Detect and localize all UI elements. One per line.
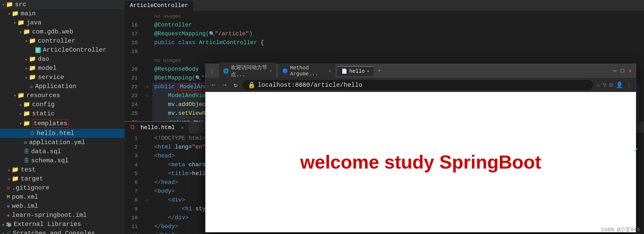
- tab-dropdown-btn[interactable]: ⋮: [210, 68, 215, 74]
- sidebar-item-test[interactable]: 📁 test: [0, 165, 125, 174]
- welcome-message: welcome study SpringBoot: [300, 151, 541, 173]
- minimize-btn[interactable]: —: [613, 68, 616, 74]
- sidebar-item-static[interactable]: 📁 static: [0, 109, 125, 118]
- arrow-icon: [25, 38, 28, 44]
- more-icon[interactable]: ⋮: [626, 82, 632, 89]
- code-line: [152, 47, 639, 56]
- arrow-icon: [19, 140, 23, 145]
- gutter-bottom: ○: [143, 133, 152, 234]
- nav-icons: ☆ ▽ ⊡ 👤 ⋮: [596, 82, 632, 89]
- maximize-btn[interactable]: □: [621, 68, 624, 74]
- scrollbar[interactable]: [639, 11, 644, 122]
- arrow-icon: [19, 29, 22, 35]
- sidebar-item-external-libs[interactable]: 📚 External Libraries: [0, 220, 125, 229]
- tab-close-btn[interactable]: ✕: [269, 68, 272, 73]
- folder-icon: 📁: [17, 19, 24, 26]
- tab-close[interactable]: ✕: [181, 125, 184, 130]
- sidebar-item-label: main: [21, 10, 36, 17]
- iml-icon: ◈: [7, 203, 10, 209]
- sidebar-item-config[interactable]: 📁 config: [0, 100, 125, 109]
- tab-hello-html[interactable]: 🗋 hello.html ✕: [125, 121, 189, 133]
- cast-icon[interactable]: ▽: [603, 82, 606, 89]
- sidebar-item-model[interactable]: 📁 model: [0, 64, 125, 73]
- address-bar[interactable]: 🔒 localhost:8080/article/hello: [243, 80, 593, 90]
- tab-close-btn[interactable]: ✕: [328, 68, 331, 73]
- new-tab-btn[interactable]: +: [378, 68, 381, 74]
- arrow-icon: [2, 195, 6, 200]
- sidebar-item-label: resources: [26, 92, 60, 99]
- arrow-icon: [31, 48, 34, 53]
- sidebar-item-dao[interactable]: 📁 dao: [0, 55, 125, 64]
- scratches-icon: 🖊: [6, 231, 11, 234]
- sidebar-item-data-sql[interactable]: 🗄 data.sql: [0, 147, 125, 156]
- sidebar-item-scratches[interactable]: 🖊 Scratches and Consoles: [0, 229, 125, 234]
- sidebar-item-label: learn-springboot.iml: [12, 212, 87, 219]
- java-file-icon: ☕: [30, 83, 33, 90]
- sidebar-item-com-gdb-web[interactable]: 📁 com.gdb.web: [0, 27, 125, 36]
- xml-icon: M: [7, 194, 10, 200]
- arrow-icon: [14, 20, 16, 26]
- sidebar-item-label: controller: [38, 37, 75, 44]
- sidebar-item-templates[interactable]: 📁 templates: [0, 118, 125, 129]
- close-btn[interactable]: ✕: [628, 68, 632, 75]
- sidebar-item-target[interactable]: 📁 target: [0, 174, 125, 183]
- bookmark-icon[interactable]: ☆: [596, 82, 600, 89]
- sidebar-item-label: src: [15, 1, 26, 8]
- favicon-icon: 🔵: [282, 68, 288, 74]
- html-tab-icon: 🗋: [130, 124, 136, 131]
- sidebar-item-controller[interactable]: 📁 controller: [0, 36, 125, 45]
- sidebar-item-hello-html[interactable]: 🗋 hello.html: [0, 129, 125, 138]
- sidebar-item-label: config: [32, 101, 55, 108]
- forward-btn[interactable]: →: [220, 81, 228, 90]
- arrow-icon: [14, 93, 16, 98]
- reload-btn[interactable]: ↻: [232, 80, 239, 90]
- tab-close-btn[interactable]: ✕: [367, 69, 370, 74]
- browser-tab-3[interactable]: 📄 hello ✕: [337, 66, 374, 76]
- sidebar-item-label: model: [38, 65, 57, 72]
- html-file-icon: 🗋: [30, 130, 35, 137]
- sidebar-item-label: service: [38, 74, 64, 81]
- folder-icon: 📁: [29, 56, 36, 63]
- folder-icon: 📁: [29, 74, 36, 81]
- arrow-icon: [2, 222, 5, 227]
- watermark: CSDN @小宝945: [597, 225, 644, 234]
- sidebar-item-label: dao: [38, 56, 49, 63]
- sidebar-item-article-controller[interactable]: C ArticleController: [0, 45, 125, 55]
- sidebar-item-learn-springboot-iml[interactable]: ◈ learn-springboot.iml: [0, 211, 125, 220]
- scrollbar-bottom[interactable]: [639, 133, 644, 234]
- sidebar-item-pom-xml[interactable]: M pom.xml: [0, 192, 125, 202]
- profile-icon[interactable]: 👤: [616, 82, 623, 89]
- browser-tab-1[interactable]: 🌐 欢迎访问动力节点... ✕: [219, 62, 276, 79]
- sidebar-item-application[interactable]: ☕ Application: [0, 82, 125, 91]
- arrow-icon: [19, 158, 23, 163]
- folder-icon: 📁: [23, 120, 30, 127]
- code-line: @Controller: [152, 21, 639, 30]
- folder-icon: 📁: [12, 10, 19, 17]
- sidebar-item-java[interactable]: 📁 java: [0, 18, 125, 27]
- browser-icon[interactable]: ⊡: [609, 82, 613, 89]
- code-line: public class ArticleController {: [152, 38, 639, 47]
- sidebar-item-web-iml[interactable]: ◈ web.iml: [0, 202, 125, 211]
- sidebar-item-main[interactable]: 📁 main: [0, 9, 125, 18]
- back-btn[interactable]: ←: [210, 81, 217, 90]
- sidebar-item-gitignore[interactable]: ⊙ .gitignore: [0, 183, 125, 192]
- sidebar-item-service[interactable]: 📁 service: [0, 73, 125, 82]
- sidebar-item-label: schema.sql: [31, 157, 69, 164]
- iml-icon: ◈: [7, 212, 10, 218]
- browser-tab-2[interactable]: 🔵 Method Argume... ✕: [278, 63, 335, 78]
- tab-article-controller[interactable]: ArticleController: [125, 0, 193, 11]
- sidebar-item-resources[interactable]: 📁 resources: [0, 91, 125, 100]
- controller-icon: C: [35, 47, 41, 53]
- arrow-icon: [25, 56, 28, 62]
- folder-icon: 📁: [29, 37, 36, 44]
- editor-tabs: ArticleController: [125, 0, 644, 11]
- file-tree: 📁 src 📁 main 📁 java 📁 com.gdb.web 📁 cont…: [0, 0, 125, 234]
- sidebar-item-src[interactable]: 📁 src: [0, 0, 125, 9]
- sidebar-item-application-yml[interactable]: ⚙ application.yml: [0, 138, 125, 147]
- sidebar-item-label: Application: [35, 83, 76, 90]
- sidebar-item-schema-sql[interactable]: 🗄 schema.sql: [0, 156, 125, 165]
- browser-window: ⋮ 🌐 欢迎访问动力节点... ✕ 🔵 Method Argume... ✕ 📄…: [205, 64, 636, 232]
- sidebar-item-label: .gitignore: [12, 184, 49, 191]
- arrow-icon: [19, 149, 23, 154]
- code-line: no usages: [152, 12, 639, 21]
